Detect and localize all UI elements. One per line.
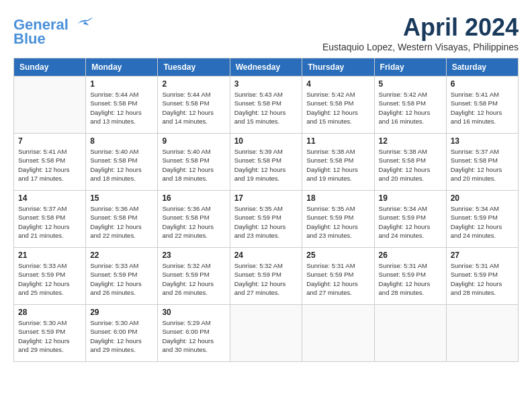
- calendar-day-cell: 9Sunrise: 5:40 AM Sunset: 5:58 PM Daylig…: [158, 134, 230, 191]
- day-info: Sunrise: 5:36 AM Sunset: 5:58 PM Dayligh…: [90, 204, 153, 240]
- day-info: Sunrise: 5:38 AM Sunset: 5:58 PM Dayligh…: [379, 147, 442, 183]
- calendar-day-cell: 22Sunrise: 5:33 AM Sunset: 5:59 PM Dayli…: [86, 248, 158, 305]
- calendar-day-cell: 15Sunrise: 5:36 AM Sunset: 5:58 PM Dayli…: [86, 191, 158, 248]
- day-number: 21: [18, 250, 81, 260]
- day-info: Sunrise: 5:43 AM Sunset: 5:58 PM Dayligh…: [234, 90, 298, 126]
- calendar-week-row: 21Sunrise: 5:33 AM Sunset: 5:59 PM Dayli…: [14, 248, 519, 305]
- calendar-day-cell: 23Sunrise: 5:32 AM Sunset: 5:59 PM Dayli…: [158, 248, 230, 305]
- day-number: 11: [306, 136, 369, 146]
- calendar-day-cell: 20Sunrise: 5:34 AM Sunset: 5:59 PM Dayli…: [446, 191, 518, 248]
- calendar-day-cell: 3Sunrise: 5:43 AM Sunset: 5:58 PM Daylig…: [230, 77, 302, 134]
- day-info: Sunrise: 5:37 AM Sunset: 5:58 PM Dayligh…: [18, 204, 81, 240]
- day-number: 16: [162, 193, 225, 203]
- day-info: Sunrise: 5:36 AM Sunset: 5:58 PM Dayligh…: [162, 204, 225, 240]
- month-title: April 2024: [322, 13, 519, 42]
- day-info: Sunrise: 5:31 AM Sunset: 5:59 PM Dayligh…: [306, 261, 369, 297]
- day-info: Sunrise: 5:39 AM Sunset: 5:58 PM Dayligh…: [234, 147, 298, 183]
- calendar-day-cell: 7Sunrise: 5:41 AM Sunset: 5:58 PM Daylig…: [14, 134, 86, 191]
- calendar-day-cell: 19Sunrise: 5:34 AM Sunset: 5:59 PM Dayli…: [374, 191, 446, 248]
- calendar-day-cell: [230, 305, 302, 362]
- day-number: 2: [162, 79, 225, 89]
- day-info: Sunrise: 5:41 AM Sunset: 5:58 PM Dayligh…: [451, 90, 514, 126]
- day-number: 18: [306, 193, 369, 203]
- calendar-day-cell: 13Sunrise: 5:37 AM Sunset: 5:58 PM Dayli…: [446, 134, 518, 191]
- calendar-day-cell: [374, 305, 446, 362]
- day-info: Sunrise: 5:44 AM Sunset: 5:58 PM Dayligh…: [90, 90, 153, 126]
- day-info: Sunrise: 5:40 AM Sunset: 5:58 PM Dayligh…: [162, 147, 225, 183]
- day-number: 20: [451, 193, 514, 203]
- day-number: 19: [379, 193, 442, 203]
- day-info: Sunrise: 5:34 AM Sunset: 5:59 PM Dayligh…: [451, 204, 514, 240]
- calendar-day-cell: 17Sunrise: 5:35 AM Sunset: 5:59 PM Dayli…: [230, 191, 302, 248]
- day-number: 10: [234, 136, 298, 146]
- weekday-header: Tuesday: [158, 58, 230, 77]
- calendar-day-cell: 18Sunrise: 5:35 AM Sunset: 5:59 PM Dayli…: [302, 191, 374, 248]
- calendar-day-cell: 29Sunrise: 5:30 AM Sunset: 6:00 PM Dayli…: [86, 305, 158, 362]
- day-info: Sunrise: 5:31 AM Sunset: 5:59 PM Dayligh…: [379, 261, 442, 297]
- logo-blue: Blue: [13, 30, 94, 48]
- day-number: 14: [18, 193, 81, 203]
- calendar-week-row: 7Sunrise: 5:41 AM Sunset: 5:58 PM Daylig…: [14, 134, 519, 191]
- day-number: 9: [162, 136, 225, 146]
- day-number: 15: [90, 193, 153, 203]
- day-info: Sunrise: 5:35 AM Sunset: 5:59 PM Dayligh…: [306, 204, 369, 240]
- calendar-day-cell: 6Sunrise: 5:41 AM Sunset: 5:58 PM Daylig…: [446, 77, 518, 134]
- weekday-header: Monday: [86, 58, 158, 77]
- weekday-header: Saturday: [446, 58, 518, 77]
- day-number: 26: [379, 250, 442, 260]
- day-number: 23: [162, 250, 225, 260]
- day-number: 22: [90, 250, 153, 260]
- calendar-week-row: 28Sunrise: 5:30 AM Sunset: 5:59 PM Dayli…: [14, 305, 519, 362]
- day-info: Sunrise: 5:44 AM Sunset: 5:58 PM Dayligh…: [162, 90, 225, 126]
- title-block: April 2024 Eustaquio Lopez, Western Visa…: [322, 13, 519, 52]
- calendar-day-cell: 14Sunrise: 5:37 AM Sunset: 5:58 PM Dayli…: [14, 191, 86, 248]
- day-number: 1: [90, 79, 153, 89]
- day-info: Sunrise: 5:37 AM Sunset: 5:58 PM Dayligh…: [451, 147, 514, 183]
- calendar-day-cell: 24Sunrise: 5:32 AM Sunset: 5:59 PM Dayli…: [230, 248, 302, 305]
- calendar-day-cell: 25Sunrise: 5:31 AM Sunset: 5:59 PM Dayli…: [302, 248, 374, 305]
- calendar-table: SundayMondayTuesdayWednesdayThursdayFrid…: [13, 58, 519, 362]
- day-number: 29: [90, 308, 153, 317]
- calendar-day-cell: [14, 77, 86, 134]
- day-info: Sunrise: 5:33 AM Sunset: 5:59 PM Dayligh…: [18, 261, 81, 297]
- logo: General Blue: [13, 13, 94, 48]
- location-subtitle: Eustaquio Lopez, Western Visayas, Philip…: [322, 42, 519, 52]
- calendar-day-cell: 11Sunrise: 5:38 AM Sunset: 5:58 PM Dayli…: [302, 134, 374, 191]
- day-info: Sunrise: 5:30 AM Sunset: 6:00 PM Dayligh…: [90, 318, 153, 354]
- logo-bird-icon: [74, 13, 94, 30]
- day-info: Sunrise: 5:34 AM Sunset: 5:59 PM Dayligh…: [379, 204, 442, 240]
- weekday-header: Sunday: [14, 58, 86, 77]
- calendar-day-cell: 1Sunrise: 5:44 AM Sunset: 5:58 PM Daylig…: [86, 77, 158, 134]
- day-info: Sunrise: 5:42 AM Sunset: 5:58 PM Dayligh…: [306, 90, 369, 126]
- weekday-header: Thursday: [302, 58, 374, 77]
- day-number: 28: [18, 308, 81, 317]
- calendar-day-cell: 26Sunrise: 5:31 AM Sunset: 5:59 PM Dayli…: [374, 248, 446, 305]
- calendar-day-cell: 21Sunrise: 5:33 AM Sunset: 5:59 PM Dayli…: [14, 248, 86, 305]
- day-number: 27: [451, 250, 514, 260]
- calendar-body: 1Sunrise: 5:44 AM Sunset: 5:58 PM Daylig…: [14, 77, 519, 362]
- day-number: 7: [18, 136, 81, 146]
- page-header: General Blue April 2024 Eustaquio Lopez,…: [13, 13, 519, 52]
- day-info: Sunrise: 5:31 AM Sunset: 5:59 PM Dayligh…: [451, 261, 514, 297]
- day-info: Sunrise: 5:42 AM Sunset: 5:58 PM Dayligh…: [379, 90, 442, 126]
- day-info: Sunrise: 5:33 AM Sunset: 5:59 PM Dayligh…: [90, 261, 153, 297]
- calendar-day-cell: [302, 305, 374, 362]
- calendar-day-cell: 12Sunrise: 5:38 AM Sunset: 5:58 PM Dayli…: [374, 134, 446, 191]
- day-number: 8: [90, 136, 153, 146]
- day-number: 4: [306, 79, 369, 89]
- day-number: 6: [451, 79, 514, 89]
- day-info: Sunrise: 5:32 AM Sunset: 5:59 PM Dayligh…: [234, 261, 298, 297]
- weekday-header: Wednesday: [230, 58, 302, 77]
- day-info: Sunrise: 5:35 AM Sunset: 5:59 PM Dayligh…: [234, 204, 298, 240]
- day-number: 17: [234, 193, 298, 203]
- calendar-day-cell: 28Sunrise: 5:30 AM Sunset: 5:59 PM Dayli…: [14, 305, 86, 362]
- calendar-day-cell: 2Sunrise: 5:44 AM Sunset: 5:58 PM Daylig…: [158, 77, 230, 134]
- day-number: 30: [162, 308, 225, 317]
- day-number: 5: [379, 79, 442, 89]
- day-number: 3: [234, 79, 298, 89]
- calendar-day-cell: 4Sunrise: 5:42 AM Sunset: 5:58 PM Daylig…: [302, 77, 374, 134]
- day-info: Sunrise: 5:29 AM Sunset: 6:00 PM Dayligh…: [162, 318, 225, 354]
- calendar-day-cell: [446, 305, 518, 362]
- day-number: 12: [379, 136, 442, 146]
- calendar-day-cell: 30Sunrise: 5:29 AM Sunset: 6:00 PM Dayli…: [158, 305, 230, 362]
